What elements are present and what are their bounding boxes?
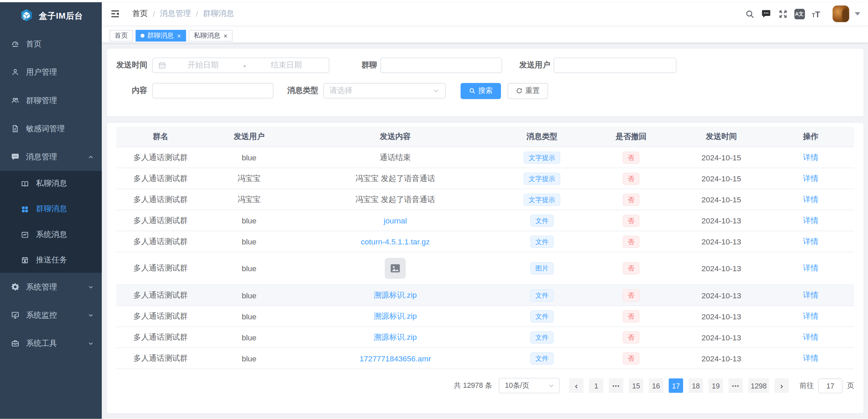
cell-sender: blue bbox=[205, 353, 293, 364]
file-link[interactable]: 溯源标识.zip bbox=[374, 332, 417, 341]
message-type-badge: 文件 bbox=[530, 331, 554, 343]
tab-首页[interactable]: 首页 bbox=[110, 30, 133, 41]
tab-群聊消息[interactable]: 群聊消息× bbox=[136, 30, 186, 41]
cell-message-type: 文字提示 bbox=[497, 150, 587, 164]
recalled-badge: 否 bbox=[623, 352, 639, 364]
sidebar-item-sensitive-words[interactable]: 敏感词管理 bbox=[0, 115, 102, 143]
chevron-down-icon bbox=[88, 340, 94, 347]
sidebar-item-message-mgmt[interactable]: 消息管理 bbox=[0, 143, 102, 171]
date-range-separator: - bbox=[240, 61, 249, 70]
table-row: 多人通话测试群blue1727771843656.amr文件否2024-10-1… bbox=[116, 348, 854, 369]
column-header: 操作 bbox=[767, 132, 854, 141]
detail-link[interactable]: 详情 bbox=[803, 263, 818, 272]
font-size-icon[interactable]: TT bbox=[809, 7, 823, 20]
tab-active-dot bbox=[141, 34, 144, 38]
detail-link[interactable]: 详情 bbox=[803, 237, 818, 245]
file-link[interactable]: 溯源标识.zip bbox=[374, 290, 417, 299]
image-thumbnail[interactable] bbox=[385, 258, 406, 279]
search-button[interactable]: 搜索 bbox=[461, 83, 501, 99]
next-page-button[interactable]: › bbox=[774, 378, 789, 393]
cell-group-name: 多人通话测试群 bbox=[116, 151, 205, 163]
detail-link[interactable]: 详情 bbox=[803, 174, 818, 182]
search-icon[interactable] bbox=[743, 7, 756, 20]
cell-action: 详情 bbox=[767, 289, 854, 301]
file-link[interactable]: coturn-4.5.1.1.tar.gz bbox=[361, 237, 430, 246]
sidebar-item-system-messages[interactable]: 系统消息 bbox=[0, 222, 102, 247]
cell-message-type: 文字提示 bbox=[497, 171, 587, 185]
sidebar-item-push-tasks[interactable]: 推送任务 bbox=[0, 247, 102, 273]
task-icon bbox=[21, 256, 29, 264]
page-button-19[interactable]: 19 bbox=[709, 378, 723, 393]
detail-link[interactable]: 详情 bbox=[803, 195, 818, 203]
goto-page-input[interactable] bbox=[818, 378, 843, 393]
detail-link[interactable]: 详情 bbox=[803, 216, 818, 224]
recalled-badge: 否 bbox=[623, 289, 639, 301]
cell-content: 通话结束 bbox=[293, 151, 497, 163]
group-input[interactable] bbox=[380, 58, 502, 73]
prev-page-button[interactable]: ‹ bbox=[569, 378, 583, 393]
detail-link[interactable]: 详情 bbox=[803, 153, 818, 161]
avatar[interactable] bbox=[833, 5, 849, 22]
cell-send-time: 2024-10-15 bbox=[675, 152, 767, 163]
cell-content: 冯宝宝 发起了语音通话 bbox=[293, 193, 497, 205]
page-button-16[interactable]: 16 bbox=[649, 378, 663, 393]
file-link[interactable]: 溯源标识.zip bbox=[374, 311, 417, 320]
table-row: 多人通话测试群bluejournal文件否2024-10-13详情 bbox=[116, 210, 854, 231]
message-icon[interactable] bbox=[759, 7, 773, 20]
sender-input[interactable] bbox=[554, 58, 676, 73]
page-button-15[interactable]: 15 bbox=[629, 378, 643, 393]
table-card: 群名发送用户发送内容消息类型是否撤回发送时间操作 多人通话测试群blue通话结束… bbox=[106, 122, 864, 414]
cell-recalled: 否 bbox=[587, 309, 675, 323]
page-button-1298[interactable]: 1298 bbox=[749, 378, 769, 393]
goto-label: 前往 bbox=[799, 381, 814, 391]
cell-sender: blue bbox=[205, 215, 293, 226]
page-button-18[interactable]: 18 bbox=[689, 378, 703, 393]
content-input[interactable] bbox=[152, 83, 273, 99]
table-row: 多人通话测试群bluecoturn-4.5.1.1.tar.gz文件否2024-… bbox=[116, 231, 854, 252]
cell-group-name: 多人通话测试群 bbox=[116, 193, 205, 205]
tab-close-icon[interactable]: × bbox=[224, 32, 227, 39]
sidebar-item-system-monitor[interactable]: 系统监控 bbox=[0, 301, 102, 329]
sidebar-item-home[interactable]: 首页 bbox=[0, 30, 102, 58]
sidebar-item-user-mgmt[interactable]: 用户管理 bbox=[0, 58, 102, 86]
type-select[interactable]: 请选择 bbox=[323, 83, 446, 99]
detail-link[interactable]: 详情 bbox=[803, 290, 818, 299]
cell-sender: blue bbox=[205, 311, 293, 322]
cell-group-name: 多人通话测试群 bbox=[116, 172, 205, 184]
sidebar-item-system-tools[interactable]: 系统工具 bbox=[0, 329, 102, 357]
file-link[interactable]: 1727771843656.amr bbox=[360, 354, 431, 363]
detail-link[interactable]: 详情 bbox=[803, 332, 818, 341]
sidebar-item-system-mgmt[interactable]: 系统管理 bbox=[0, 273, 102, 301]
detail-link[interactable]: 详情 bbox=[803, 311, 818, 320]
sidebar-collapse-icon[interactable] bbox=[110, 9, 120, 19]
cell-sender: blue bbox=[205, 332, 293, 343]
page-button-17[interactable]: 17 bbox=[669, 378, 683, 393]
page-size-select[interactable]: 10条/页 bbox=[499, 378, 560, 394]
tab-close-icon[interactable]: × bbox=[177, 32, 181, 39]
table-body: 多人通话测试群blue通话结束文字提示否2024-10-15详情多人通话测试群冯… bbox=[116, 147, 854, 369]
fullscreen-icon[interactable] bbox=[776, 7, 789, 20]
page-button-1[interactable]: 1 bbox=[589, 378, 603, 393]
sidebar-item-group-messages[interactable]: 群聊消息 bbox=[0, 196, 102, 222]
send-time-range-input[interactable]: 开始日期 - 结束日期 bbox=[152, 58, 329, 73]
app-window: 盒子IM后台 首页用户管理群聊管理敏感词管理消息管理私聊消息群聊消息系统消息推送… bbox=[0, 0, 868, 419]
recalled-badge: 否 bbox=[623, 172, 639, 184]
app-logo[interactable]: 盒子IM后台 bbox=[0, 2, 102, 30]
translate-icon[interactable]: A文 bbox=[793, 7, 806, 20]
breadcrumb-item[interactable]: 首页 bbox=[132, 9, 148, 19]
cell-send-time: 2024-10-13 bbox=[675, 332, 767, 343]
reset-button[interactable]: 重置 bbox=[508, 83, 548, 99]
cell-action: 详情 bbox=[767, 193, 854, 205]
detail-link[interactable]: 详情 bbox=[803, 353, 818, 362]
gear-icon bbox=[11, 283, 19, 291]
cell-recalled: 否 bbox=[587, 213, 675, 227]
cell-action: 详情 bbox=[767, 214, 854, 226]
message-type-badge: 文件 bbox=[530, 289, 554, 301]
table-row: 多人通话测试群冯宝宝冯宝宝 发起了语音通话文字提示否2024-10-15详情 bbox=[116, 168, 854, 189]
file-link[interactable]: journal bbox=[384, 216, 407, 225]
sidebar-item-private-messages[interactable]: 私聊消息 bbox=[0, 171, 102, 196]
chevron-down-icon[interactable] bbox=[855, 12, 860, 16]
sidebar-item-group-mgmt[interactable]: 群聊管理 bbox=[0, 86, 102, 115]
tab-私聊消息[interactable]: 私聊消息× bbox=[189, 30, 233, 41]
toolbox-icon bbox=[11, 339, 19, 347]
